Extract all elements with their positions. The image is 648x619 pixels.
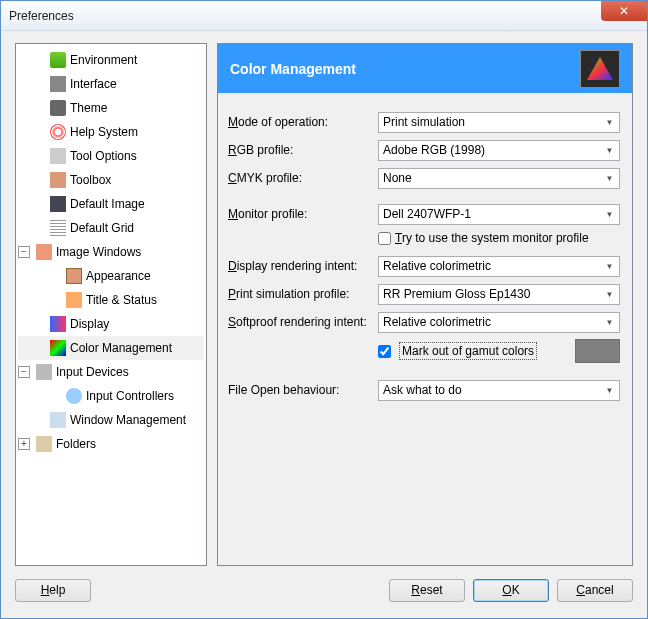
winmgmt-icon <box>50 412 66 428</box>
print-sim-profile-dropdown[interactable]: RR Premium Gloss Ep1430▼ <box>378 284 620 305</box>
tree-item-default-image[interactable]: Default Image <box>18 192 204 216</box>
gamut-color-swatch[interactable] <box>575 339 620 363</box>
tree-item-folders[interactable]: +Folders <box>18 432 204 456</box>
close-button[interactable]: ✕ <box>601 1 647 21</box>
cancel-button[interactable]: Cancel <box>557 579 633 602</box>
chevron-down-icon: ▼ <box>602 315 617 330</box>
gamut-triangle-icon <box>580 50 620 88</box>
display-icon <box>50 316 66 332</box>
tree-item-label: Image Windows <box>56 245 141 259</box>
cmyk-profile-dropdown[interactable]: None▼ <box>378 168 620 189</box>
tree-item-label: Default Grid <box>70 221 134 235</box>
reset-button[interactable]: Reset <box>389 579 465 602</box>
chevron-down-icon: ▼ <box>602 287 617 302</box>
tree-item-theme[interactable]: Theme <box>18 96 204 120</box>
mode-label: Mode of operation: <box>228 115 378 129</box>
color-icon <box>50 340 66 356</box>
tree-item-label: Title & Status <box>86 293 157 307</box>
body-area: EnvironmentInterfaceThemeHelp SystemTool… <box>1 31 647 572</box>
display-intent-dropdown[interactable]: Relative colorimetric▼ <box>378 256 620 277</box>
system-monitor-label: Try to use the system monitor profile <box>395 231 589 245</box>
category-tree[interactable]: EnvironmentInterfaceThemeHelp SystemTool… <box>15 43 207 566</box>
env-icon <box>50 52 66 68</box>
tree-item-label: Tool Options <box>70 149 137 163</box>
ok-button[interactable]: OK <box>473 579 549 602</box>
tree-item-label: Window Management <box>70 413 186 427</box>
tree-item-label: Display <box>70 317 109 331</box>
svg-marker-0 <box>587 57 613 80</box>
tree-item-environment[interactable]: Environment <box>18 48 204 72</box>
content-panel: Color Management Mode of operation: Prin… <box>217 43 633 566</box>
tree-item-label: Color Management <box>70 341 172 355</box>
softproof-intent-label: Softproof rendering intent: <box>228 315 378 329</box>
chevron-down-icon: ▼ <box>602 207 617 222</box>
interface-icon <box>50 76 66 92</box>
mode-dropdown[interactable]: Print simulation▼ <box>378 112 620 133</box>
tree-item-display[interactable]: Display <box>18 312 204 336</box>
theme-icon <box>50 100 66 116</box>
expand-icon[interactable]: + <box>18 438 30 450</box>
display-intent-label: Display rendering intent: <box>228 259 378 273</box>
gamut-label: Mark out of gamut colors <box>399 344 537 358</box>
tree-item-input-controllers[interactable]: Input Controllers <box>18 384 204 408</box>
tree-item-label: Default Image <box>70 197 145 211</box>
panel-body: Mode of operation: Print simulation▼ RGB… <box>217 93 633 566</box>
tree-item-label: Appearance <box>86 269 151 283</box>
close-icon: ✕ <box>619 4 629 18</box>
help-icon <box>50 124 66 140</box>
file-open-label: File Open behaviour: <box>228 383 378 397</box>
folders-icon <box>36 436 52 452</box>
toolbox-icon <box>50 172 66 188</box>
help-button[interactable]: Help <box>15 579 91 602</box>
chevron-down-icon: ▼ <box>602 383 617 398</box>
tree-item-default-grid[interactable]: Default Grid <box>18 216 204 240</box>
tree-item-label: Help System <box>70 125 138 139</box>
controllers-icon <box>66 388 82 404</box>
grid-icon <box>50 220 66 236</box>
tree-item-appearance[interactable]: Appearance <box>18 264 204 288</box>
imgwin-icon <box>36 244 52 260</box>
monitor-label: Monitor profile: <box>228 207 378 221</box>
button-bar: Help Reset OK Cancel <box>1 572 647 618</box>
tree-item-help-system[interactable]: Help System <box>18 120 204 144</box>
monitor-profile-dropdown[interactable]: Dell 2407WFP-1▼ <box>378 204 620 225</box>
rgb-profile-dropdown[interactable]: Adobe RGB (1998)▼ <box>378 140 620 161</box>
tree-item-label: Input Controllers <box>86 389 174 403</box>
window-title: Preferences <box>9 9 74 23</box>
tree-item-tool-options[interactable]: Tool Options <box>18 144 204 168</box>
chevron-down-icon: ▼ <box>602 143 617 158</box>
tree-item-label: Theme <box>70 101 107 115</box>
tree-item-label: Input Devices <box>56 365 129 379</box>
collapse-icon[interactable]: − <box>18 246 30 258</box>
tree-item-toolbox[interactable]: Toolbox <box>18 168 204 192</box>
print-sim-label: Print simulation profile: <box>228 287 378 301</box>
rgb-label: RGB profile: <box>228 143 378 157</box>
tree-item-window-management[interactable]: Window Management <box>18 408 204 432</box>
chevron-down-icon: ▼ <box>602 171 617 186</box>
tree-item-color-management[interactable]: Color Management <box>18 336 204 360</box>
tree-item-interface[interactable]: Interface <box>18 72 204 96</box>
tool-icon <box>50 148 66 164</box>
chevron-down-icon: ▼ <box>602 259 617 274</box>
input-icon <box>36 364 52 380</box>
tree-item-title-status[interactable]: Title & Status <box>18 288 204 312</box>
tree-item-label: Interface <box>70 77 117 91</box>
title-icon <box>66 292 82 308</box>
defimg-icon <box>50 196 66 212</box>
tree-item-input-devices[interactable]: −Input Devices <box>18 360 204 384</box>
preferences-window: Preferences ✕ EnvironmentInterfaceThemeH… <box>0 0 648 619</box>
tree-item-label: Folders <box>56 437 96 451</box>
appear-icon <box>66 268 82 284</box>
tree-item-label: Environment <box>70 53 137 67</box>
titlebar: Preferences ✕ <box>1 1 647 31</box>
panel-title: Color Management <box>230 61 356 77</box>
chevron-down-icon: ▼ <box>602 115 617 130</box>
softproof-intent-dropdown[interactable]: Relative colorimetric▼ <box>378 312 620 333</box>
tree-item-label: Toolbox <box>70 173 111 187</box>
collapse-icon[interactable]: − <box>18 366 30 378</box>
gamut-checkbox[interactable] <box>378 345 391 358</box>
system-monitor-checkbox[interactable] <box>378 232 391 245</box>
file-open-dropdown[interactable]: Ask what to do▼ <box>378 380 620 401</box>
panel-header: Color Management <box>217 43 633 93</box>
tree-item-image-windows[interactable]: −Image Windows <box>18 240 204 264</box>
